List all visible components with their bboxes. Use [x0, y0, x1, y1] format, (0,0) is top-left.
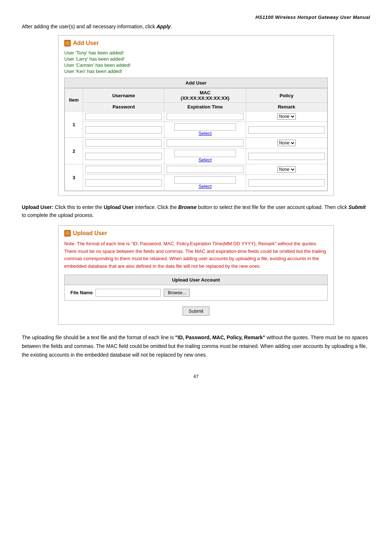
submit-bold: Submit	[348, 204, 366, 210]
intro-text: After adding the user(s) and all necessa…	[22, 24, 156, 29]
col-remark: Remark	[246, 103, 327, 111]
select-link-2[interactable]: Select	[199, 157, 212, 163]
upload-desc-text3: button to select the text file for the u…	[197, 204, 348, 210]
upload-user-title-text: Upload User	[73, 230, 107, 237]
table-row: 2 None	[65, 138, 327, 148]
table-row: Select	[65, 148, 327, 164]
expiration-input-2[interactable]	[174, 150, 236, 157]
page-number: 47	[22, 374, 370, 379]
success-msg-0: User 'Tony' has been added!	[64, 50, 328, 56]
policy-select-1[interactable]: None	[277, 113, 296, 120]
upload-table-title: Upload User Account	[65, 275, 327, 285]
add-user-section: Add User User 'Tony' has been added! Use…	[58, 35, 334, 196]
mac-input-1-wrap	[164, 111, 246, 122]
item-3: 3	[65, 164, 83, 191]
upload-user-desc: Upload User: Click this to enter the Upl…	[22, 203, 370, 219]
browse-button[interactable]: Browse...	[164, 289, 190, 297]
mac-input-1[interactable]	[167, 113, 243, 120]
col-username: Username	[83, 89, 164, 103]
upload-bold-1: Upload User	[104, 204, 134, 210]
password-input-2-wrap	[83, 148, 164, 164]
success-msg-2: User 'Carmen' has been added!	[64, 62, 328, 68]
password-input-3[interactable]	[85, 179, 162, 186]
policy-select-2-wrap: None	[246, 138, 327, 148]
table-row: 3 None	[65, 164, 327, 175]
table-row: Select	[65, 175, 327, 191]
add-user-title-text: Add User	[73, 40, 99, 46]
username-input-3-wrap	[83, 164, 164, 175]
expiration-input-1[interactable]	[174, 123, 236, 131]
username-input-1-wrap	[83, 111, 164, 122]
upload-desc-text1: Click this to enter the	[53, 204, 104, 210]
mac-input-2-wrap	[164, 138, 246, 148]
browse-bold: Browse	[178, 204, 197, 210]
table-row: 1 None	[65, 111, 327, 122]
username-input-2-wrap	[83, 138, 164, 148]
intro-paragraph: After adding the user(s) and all necessa…	[22, 24, 370, 29]
col-password: Password	[83, 103, 164, 111]
footer-desc-part1: The uploading file should be a text file…	[22, 335, 175, 340]
username-input-1[interactable]	[85, 113, 162, 120]
remark-input-3[interactable]	[248, 179, 325, 186]
add-user-table-title: Add User	[65, 78, 327, 88]
password-input-1[interactable]	[85, 126, 162, 134]
submit-button[interactable]: Submit	[183, 307, 209, 316]
password-input-2[interactable]	[85, 153, 162, 160]
col-item: Item	[65, 89, 83, 111]
remark-input-2-wrap	[246, 148, 327, 164]
upload-table-wrap: Upload User Account File Name Browse...	[64, 275, 328, 301]
username-input-3[interactable]	[85, 166, 162, 173]
upload-user-section: Upload User Note: The format of each lin…	[58, 225, 334, 325]
col-expiration: Expiration Time	[164, 103, 246, 111]
success-msg-3: User 'Ken' has been added!	[64, 69, 328, 74]
remark-input-1[interactable]	[248, 126, 325, 134]
expiration-wrap-3: Select	[164, 175, 246, 191]
upload-note: Note: The format of each line is "ID, Pa…	[64, 240, 328, 270]
upload-user-icon	[64, 230, 71, 237]
upload-desc-text2: interface. Click the	[134, 204, 178, 210]
item-2: 2	[65, 138, 83, 164]
mac-input-3[interactable]	[167, 166, 243, 173]
col-policy: Policy	[246, 89, 327, 103]
col-mac-label: MAC	[200, 90, 211, 95]
remark-input-3-wrap	[246, 175, 327, 191]
footer-desc-bold: "ID, Password, MAC, Policy, Remark"	[175, 335, 265, 340]
intro-bold: Apply	[156, 24, 171, 29]
policy-select-2[interactable]: None	[277, 140, 296, 146]
policy-select-3[interactable]: None	[277, 166, 296, 173]
col-mac-format: (XX:XX:XX:XX:XX:XX)	[181, 95, 229, 101]
add-user-icon	[64, 40, 71, 46]
upload-form-row: File Name Browse...	[65, 285, 327, 300]
submit-area: Submit	[64, 307, 328, 316]
upload-prefix: Upload User:	[22, 204, 53, 210]
add-user-table-wrap: Add User Item Username MAC (XX:XX:XX:XX:…	[64, 78, 328, 191]
item-1: 1	[65, 111, 83, 138]
remark-input-2[interactable]	[248, 153, 325, 160]
select-link-3[interactable]: Select	[199, 184, 212, 189]
username-input-2[interactable]	[85, 139, 162, 147]
col-mac: MAC (XX:XX:XX:XX:XX:XX)	[164, 89, 246, 103]
page-header: HS1100 Wireless Hotspot Gateway User Man…	[22, 15, 370, 20]
mac-input-2[interactable]	[167, 139, 243, 147]
add-user-table: Item Username MAC (XX:XX:XX:XX:XX:XX) Po…	[65, 88, 327, 191]
select-link-1[interactable]: Select	[199, 131, 212, 136]
table-row: Select	[65, 122, 327, 138]
upload-desc-text4: to complete the upload process.	[22, 212, 94, 218]
expiration-input-3[interactable]	[174, 176, 236, 184]
footer-desc: The uploading file should be a text file…	[22, 333, 370, 359]
upload-user-title: Upload User	[64, 230, 328, 237]
policy-select-3-wrap: None	[246, 164, 327, 175]
mac-input-3-wrap	[164, 164, 246, 175]
expiration-wrap-2: Select	[164, 148, 246, 164]
header-title: HS1100 Wireless Hotspot Gateway User Man…	[256, 15, 370, 20]
file-name-input[interactable]	[95, 289, 161, 297]
remark-input-1-wrap	[246, 122, 327, 138]
policy-select-1-wrap: None	[246, 111, 327, 122]
password-input-3-wrap	[83, 175, 164, 191]
success-messages: User 'Tony' has been added! User 'Larry'…	[64, 50, 328, 74]
password-input-1-wrap	[83, 122, 164, 138]
file-name-label: File Name	[70, 290, 93, 295]
add-user-title: Add User	[64, 40, 328, 46]
expiration-wrap-1: Select	[164, 122, 246, 138]
success-msg-1: User 'Larry' has been added!	[64, 56, 328, 62]
